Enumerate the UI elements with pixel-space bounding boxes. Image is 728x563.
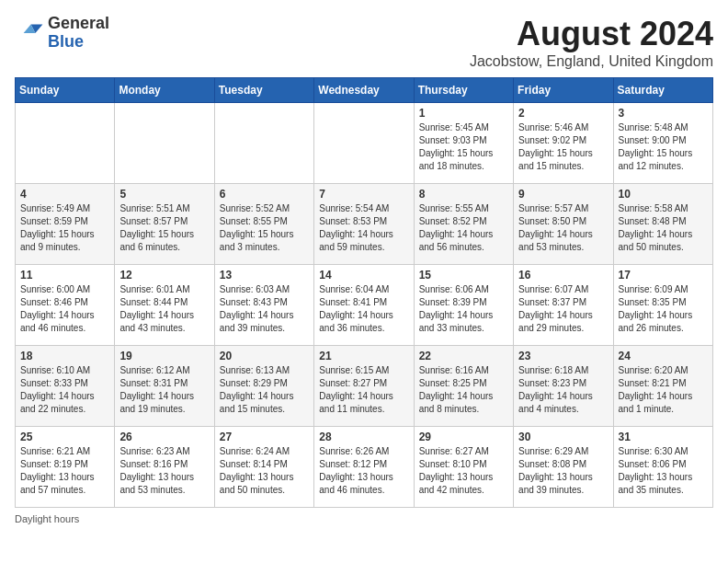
calendar-cell: 31Sunrise: 6:30 AM Sunset: 8:06 PM Dayli… — [613, 427, 712, 508]
day-number: 29 — [419, 431, 508, 443]
calendar-cell: 26Sunrise: 6:23 AM Sunset: 8:16 PM Dayli… — [115, 427, 214, 508]
day-number: 14 — [319, 269, 408, 282]
logo: General Blue — [15, 15, 109, 52]
day-number: 17 — [619, 269, 708, 282]
day-info: Sunrise: 6:01 AM Sunset: 8:44 PM Dayligh… — [119, 283, 209, 335]
calendar-cell: 11Sunrise: 6:00 AM Sunset: 8:46 PM Dayli… — [16, 265, 115, 346]
calendar-cell: 27Sunrise: 6:24 AM Sunset: 8:14 PM Dayli… — [214, 427, 313, 508]
day-number: 7 — [319, 188, 408, 201]
calendar-row: 4Sunrise: 5:49 AM Sunset: 8:59 PM Daylig… — [16, 184, 713, 265]
calendar-cell: 16Sunrise: 6:07 AM Sunset: 8:37 PM Dayli… — [514, 265, 613, 346]
header-day: Wednesday — [314, 78, 414, 103]
day-info: Sunrise: 5:51 AM Sunset: 8:57 PM Dayligh… — [119, 202, 209, 254]
day-info: Sunrise: 6:09 AM Sunset: 8:35 PM Dayligh… — [619, 283, 708, 335]
day-info: Sunrise: 6:27 AM Sunset: 8:10 PM Dayligh… — [419, 445, 508, 497]
calendar-row: 1Sunrise: 5:45 AM Sunset: 9:03 PM Daylig… — [16, 103, 713, 184]
footer-note: Daylight hours — [15, 513, 713, 524]
day-info: Sunrise: 5:48 AM Sunset: 9:00 PM Dayligh… — [619, 121, 708, 173]
calendar-row: 18Sunrise: 6:10 AM Sunset: 8:33 PM Dayli… — [16, 346, 713, 427]
day-info: Sunrise: 6:29 AM Sunset: 8:08 PM Dayligh… — [518, 445, 608, 497]
day-number: 22 — [419, 350, 508, 362]
calendar-cell: 10Sunrise: 5:58 AM Sunset: 8:48 PM Dayli… — [613, 184, 712, 265]
calendar-cell: 17Sunrise: 6:09 AM Sunset: 8:35 PM Dayli… — [613, 265, 712, 346]
calendar-cell: 9Sunrise: 5:57 AM Sunset: 8:50 PM Daylig… — [514, 184, 613, 265]
calendar-row: 11Sunrise: 6:00 AM Sunset: 8:46 PM Dayli… — [16, 265, 713, 346]
calendar-cell: 13Sunrise: 6:03 AM Sunset: 8:43 PM Dayli… — [214, 265, 313, 346]
day-number: 6 — [220, 188, 309, 201]
day-info: Sunrise: 6:07 AM Sunset: 8:37 PM Dayligh… — [518, 283, 608, 335]
day-info: Sunrise: 5:46 AM Sunset: 9:02 PM Dayligh… — [518, 121, 608, 173]
day-number: 2 — [518, 107, 608, 120]
day-info: Sunrise: 6:12 AM Sunset: 8:31 PM Dayligh… — [119, 364, 209, 416]
day-number: 26 — [119, 431, 209, 443]
day-info: Sunrise: 5:49 AM Sunset: 8:59 PM Dayligh… — [20, 202, 109, 254]
day-info: Sunrise: 6:24 AM Sunset: 8:14 PM Dayligh… — [220, 445, 309, 497]
day-info: Sunrise: 6:06 AM Sunset: 8:39 PM Dayligh… — [419, 283, 508, 335]
logo-general: General — [48, 15, 109, 33]
day-number: 1 — [419, 107, 508, 120]
calendar-header: SundayMondayTuesdayWednesdayThursdayFrid… — [16, 78, 713, 103]
header-day: Friday — [514, 78, 613, 103]
day-number: 9 — [518, 188, 608, 201]
day-number: 4 — [20, 188, 109, 201]
header-row: SundayMondayTuesdayWednesdayThursdayFrid… — [16, 78, 713, 103]
daylight-label: Daylight hours — [15, 513, 79, 524]
header-day: Monday — [115, 78, 214, 103]
day-number: 27 — [220, 431, 309, 443]
day-number: 24 — [619, 350, 708, 362]
day-info: Sunrise: 6:13 AM Sunset: 8:29 PM Dayligh… — [220, 364, 309, 416]
calendar-cell: 15Sunrise: 6:06 AM Sunset: 8:39 PM Dayli… — [414, 265, 513, 346]
calendar-cell: 28Sunrise: 6:26 AM Sunset: 8:12 PM Dayli… — [314, 427, 414, 508]
calendar-cell: 3Sunrise: 5:48 AM Sunset: 9:00 PM Daylig… — [613, 103, 712, 184]
day-info: Sunrise: 5:55 AM Sunset: 8:52 PM Dayligh… — [419, 202, 508, 254]
day-number: 11 — [20, 269, 109, 282]
logo-blue: Blue — [48, 33, 109, 52]
calendar-cell: 12Sunrise: 6:01 AM Sunset: 8:44 PM Dayli… — [115, 265, 214, 346]
day-info: Sunrise: 5:58 AM Sunset: 8:48 PM Dayligh… — [619, 202, 708, 254]
calendar-cell — [16, 103, 115, 184]
calendar-cell — [314, 103, 414, 184]
month-title: August 2024 — [470, 15, 713, 53]
day-number: 12 — [119, 269, 209, 282]
day-number: 21 — [319, 350, 408, 362]
header-day: Saturday — [613, 78, 712, 103]
calendar-cell: 21Sunrise: 6:15 AM Sunset: 8:27 PM Dayli… — [314, 346, 414, 427]
day-number: 23 — [518, 350, 608, 362]
header-day: Sunday — [16, 78, 115, 103]
day-info: Sunrise: 6:21 AM Sunset: 8:19 PM Dayligh… — [20, 445, 109, 497]
page-header: General Blue August 2024 Jacobstow, Engl… — [15, 15, 713, 70]
day-number: 31 — [619, 431, 708, 443]
calendar-cell: 14Sunrise: 6:04 AM Sunset: 8:41 PM Dayli… — [314, 265, 414, 346]
calendar-cell: 5Sunrise: 5:51 AM Sunset: 8:57 PM Daylig… — [115, 184, 214, 265]
day-info: Sunrise: 6:04 AM Sunset: 8:41 PM Dayligh… — [319, 283, 408, 335]
day-number: 8 — [419, 188, 508, 201]
day-number: 18 — [20, 350, 109, 362]
location: Jacobstow, England, United Kingdom — [470, 53, 713, 70]
calendar-cell: 25Sunrise: 6:21 AM Sunset: 8:19 PM Dayli… — [16, 427, 115, 508]
calendar-cell — [115, 103, 214, 184]
calendar-cell: 7Sunrise: 5:54 AM Sunset: 8:53 PM Daylig… — [314, 184, 414, 265]
calendar-cell: 4Sunrise: 5:49 AM Sunset: 8:59 PM Daylig… — [16, 184, 115, 265]
day-number: 28 — [319, 431, 408, 443]
day-info: Sunrise: 6:03 AM Sunset: 8:43 PM Dayligh… — [220, 283, 309, 335]
day-info: Sunrise: 6:16 AM Sunset: 8:25 PM Dayligh… — [419, 364, 508, 416]
day-info: Sunrise: 6:18 AM Sunset: 8:23 PM Dayligh… — [518, 364, 608, 416]
day-number: 3 — [619, 107, 708, 120]
day-number: 19 — [119, 350, 209, 362]
calendar-cell: 23Sunrise: 6:18 AM Sunset: 8:23 PM Dayli… — [514, 346, 613, 427]
calendar-cell: 30Sunrise: 6:29 AM Sunset: 8:08 PM Dayli… — [514, 427, 613, 508]
logo-text: General Blue — [48, 15, 109, 52]
day-number: 20 — [220, 350, 309, 362]
logo-icon — [15, 18, 44, 48]
day-number: 30 — [518, 431, 608, 443]
header-day: Tuesday — [214, 78, 313, 103]
calendar-cell: 22Sunrise: 6:16 AM Sunset: 8:25 PM Dayli… — [414, 346, 513, 427]
calendar-cell — [214, 103, 313, 184]
day-info: Sunrise: 5:57 AM Sunset: 8:50 PM Dayligh… — [518, 202, 608, 254]
calendar-cell: 24Sunrise: 6:20 AM Sunset: 8:21 PM Dayli… — [613, 346, 712, 427]
day-info: Sunrise: 6:23 AM Sunset: 8:16 PM Dayligh… — [119, 445, 209, 497]
day-number: 16 — [518, 269, 608, 282]
calendar-cell: 19Sunrise: 6:12 AM Sunset: 8:31 PM Dayli… — [115, 346, 214, 427]
day-info: Sunrise: 6:00 AM Sunset: 8:46 PM Dayligh… — [20, 283, 109, 335]
calendar-cell: 8Sunrise: 5:55 AM Sunset: 8:52 PM Daylig… — [414, 184, 513, 265]
